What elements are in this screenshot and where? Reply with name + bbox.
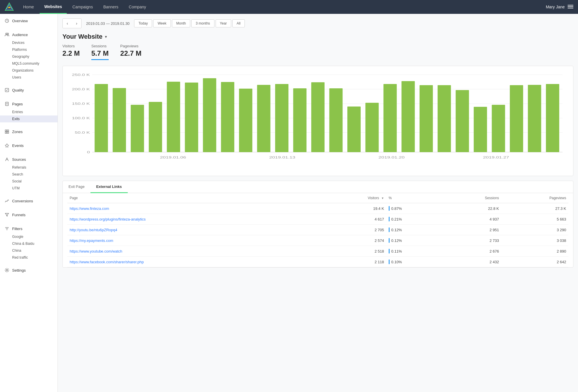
date-btn-week[interactable]: Week xyxy=(153,19,171,27)
svg-rect-37 xyxy=(131,105,144,152)
nav-banners[interactable]: Banners xyxy=(99,0,123,14)
sidebar-item-overview[interactable]: Overview xyxy=(0,16,58,25)
metric-sessions[interactable]: Sessions 5.7 M xyxy=(91,44,109,60)
menu-icon[interactable] xyxy=(568,5,573,9)
percent-bar xyxy=(389,249,390,253)
table-row: https://my.epayments.com 2 574 0.12% 2 7… xyxy=(67,235,568,246)
date-btn-year[interactable]: Year xyxy=(216,19,231,27)
sidebar-item-mql5[interactable]: MQL5.community xyxy=(0,60,58,67)
metric-visitors[interactable]: Visitors 2.2 M xyxy=(62,44,80,60)
cell-percent: 0.87% xyxy=(386,203,442,214)
sidebar-item-settings[interactable]: Settings xyxy=(0,266,58,275)
sidebar-item-events[interactable]: Events xyxy=(0,141,58,150)
zones-icon xyxy=(5,129,9,134)
date-btn-all[interactable]: All xyxy=(232,19,245,27)
cell-percent: 0.11% xyxy=(386,246,442,257)
data-table: Page Visitors ▼ % Sessions Pageviews htt… xyxy=(67,193,568,267)
website-dropdown[interactable]: ▾ xyxy=(105,34,107,39)
sidebar-item-conversions[interactable]: Conversions xyxy=(0,196,58,206)
sidebar-item-sources[interactable]: Sources xyxy=(0,155,58,164)
nav-user: Mary Jane xyxy=(546,5,573,9)
website-header: Your Website ▾ xyxy=(62,33,573,40)
metric-sessions-label: Sessions xyxy=(91,44,109,48)
percent-value: 0.87% xyxy=(391,206,402,211)
svg-rect-11 xyxy=(7,130,9,131)
sidebar-label-settings: Settings xyxy=(12,268,26,272)
sidebar-item-entries[interactable]: Entries xyxy=(0,109,58,115)
nav-home[interactable]: Home xyxy=(18,0,38,14)
sidebar-item-audience[interactable]: Audience xyxy=(0,30,58,39)
percent-bar xyxy=(389,238,390,243)
sidebar-item-china[interactable]: China xyxy=(0,247,58,254)
logo[interactable] xyxy=(5,2,14,12)
date-nav: ‹ › xyxy=(62,18,81,28)
cell-visitors: 2 574 xyxy=(321,235,386,246)
cell-sessions: 2 951 xyxy=(442,225,501,235)
cell-sessions: 2 432 xyxy=(442,257,501,267)
percent-value: 0.10% xyxy=(391,260,402,264)
svg-text:150.0 K: 150.0 K xyxy=(72,102,90,105)
main-content: ‹ › 2019.01.03 — 2019.01.30 Today Week M… xyxy=(58,14,578,392)
sidebar-item-pages[interactable]: Pages xyxy=(0,99,58,109)
tab-exit-page[interactable]: Exit Page xyxy=(63,181,90,193)
sidebar-label-zones: Zones xyxy=(12,130,23,134)
cell-visitors: 19.4 K xyxy=(321,203,386,214)
table-row: http://youtu.be/ntu6pZRopq4 2 705 0.12% … xyxy=(67,225,568,235)
svg-rect-43 xyxy=(239,89,252,152)
nav-company[interactable]: Company xyxy=(124,0,151,14)
col-page: Page xyxy=(67,193,321,203)
sidebar-item-zones[interactable]: Zones xyxy=(0,127,58,136)
sidebar-label-conversions: Conversions xyxy=(12,199,33,203)
svg-text:200.0 K: 200.0 K xyxy=(72,87,90,91)
cell-percent: 0.10% xyxy=(386,257,442,267)
svg-rect-36 xyxy=(113,88,126,152)
date-btn-month[interactable]: Month xyxy=(172,19,190,27)
sidebar-label-audience: Audience xyxy=(12,33,28,37)
col-sessions: Sessions xyxy=(442,193,501,203)
svg-rect-39 xyxy=(167,82,180,152)
svg-rect-35 xyxy=(95,84,108,152)
svg-rect-49 xyxy=(347,107,361,152)
sidebar-item-organizations[interactable]: Organizations xyxy=(0,67,58,74)
sidebar-item-red-traffic[interactable]: Red traffic xyxy=(0,254,58,261)
date-btn-today[interactable]: Today xyxy=(134,19,152,27)
sidebar-item-devices[interactable]: Devices xyxy=(0,39,58,46)
metric-visitors-value: 2.2 M xyxy=(62,49,80,57)
date-next-btn[interactable]: › xyxy=(72,19,81,28)
sidebar-item-social[interactable]: Social xyxy=(0,178,58,185)
pages-icon xyxy=(5,102,9,106)
nav-campaigns[interactable]: Campaigns xyxy=(68,0,98,14)
sidebar-item-users[interactable]: Users xyxy=(0,74,58,81)
metric-pageviews-label: Pageviews xyxy=(120,44,141,48)
tab-external-links[interactable]: External Links xyxy=(90,181,128,193)
sidebar-item-referrals[interactable]: Referrals xyxy=(0,164,58,171)
percent-value: 0.12% xyxy=(391,228,402,232)
sidebar-item-china-baidu[interactable]: China & Baidu xyxy=(0,240,58,247)
col-visitors[interactable]: Visitors ▼ xyxy=(321,193,386,203)
sidebar-item-platforms[interactable]: Platforms xyxy=(0,46,58,53)
svg-point-18 xyxy=(6,270,8,271)
svg-rect-45 xyxy=(275,84,288,152)
settings-icon xyxy=(5,268,9,272)
sidebar-item-funnels[interactable]: Funnels xyxy=(0,210,58,219)
date-btn-3months[interactable]: 3 months xyxy=(191,19,214,27)
percent-bar xyxy=(389,206,390,211)
sidebar-item-filters[interactable]: Filters xyxy=(0,224,58,233)
metrics-row: Visitors 2.2 M Sessions 5.7 M Pageviews … xyxy=(62,44,573,60)
main-layout: Overview Audience Devices Platforms Geog… xyxy=(0,14,578,392)
svg-rect-60 xyxy=(546,84,559,152)
sidebar-label-quality: Quality xyxy=(12,88,24,92)
conversions-icon xyxy=(5,199,9,203)
sidebar-item-quality[interactable]: Quality xyxy=(0,85,58,95)
sidebar-item-google[interactable]: Google xyxy=(0,233,58,240)
svg-rect-53 xyxy=(420,85,433,152)
nav-websites[interactable]: Websites xyxy=(40,0,66,14)
svg-rect-38 xyxy=(149,102,162,152)
date-prev-btn[interactable]: ‹ xyxy=(63,19,72,28)
chart-container: 250.0 K 200.0 K 150.0 K 100.0 K 50.0 K 0… xyxy=(62,66,573,176)
sidebar-item-geography[interactable]: Geography xyxy=(0,53,58,60)
sidebar-item-search[interactable]: Search xyxy=(0,171,58,178)
sidebar-item-utm[interactable]: UTM xyxy=(0,185,58,192)
metric-pageviews[interactable]: Pageviews 22.7 M xyxy=(120,44,141,60)
sidebar-item-exits[interactable]: Exits xyxy=(0,115,58,122)
